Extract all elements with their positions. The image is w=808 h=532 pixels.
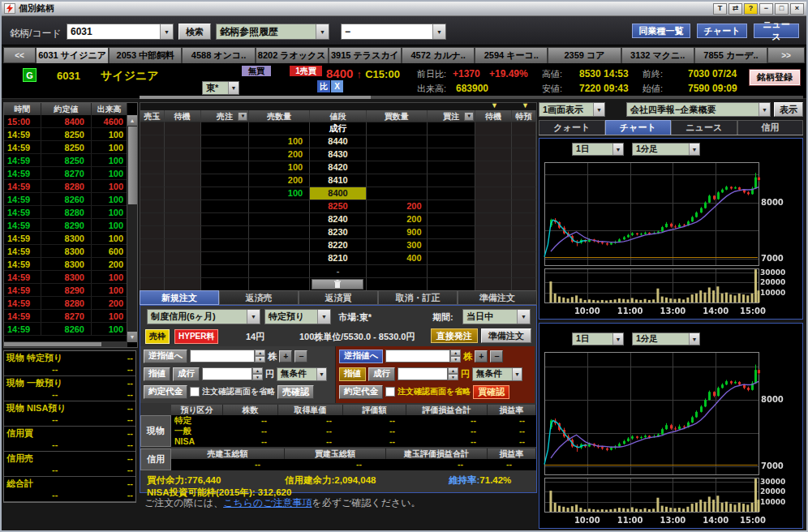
tick-row[interactable]: 14:598290100	[4, 219, 127, 232]
sell-exec-amount-button[interactable]: 約定代金	[144, 385, 187, 399]
register-symbol-button[interactable]: 銘柄登録	[750, 70, 800, 85]
buy-qty-minus-button[interactable]: −	[490, 350, 503, 363]
buy-qty-plus-button[interactable]: +	[475, 350, 488, 363]
x-badge[interactable]: X	[331, 80, 343, 92]
spin-down-icon[interactable]: ▼	[255, 356, 265, 363]
holdings-row[interactable]: 信用売------	[4, 452, 135, 477]
company-info-dropdown[interactable]: 会社四季報−企業概要 ▼	[626, 102, 771, 117]
chevron-down-icon[interactable]: ▼	[689, 333, 699, 345]
board-hscrollbar[interactable]	[140, 96, 803, 99]
chart2-interval-dropdown[interactable]: 1分足 ▼	[632, 332, 700, 345]
chevron-down-icon[interactable]: ▼	[612, 333, 623, 345]
buy-confirm-button[interactable]: 買確認	[473, 385, 509, 399]
symbol-tab[interactable]: 4588 オンコ..	[182, 47, 255, 63]
tick-row[interactable]: 14:598250100	[4, 128, 127, 141]
order-tab[interactable]: 準備注文	[458, 290, 537, 305]
trash-button[interactable]	[312, 279, 363, 290]
window-minimize-button[interactable]: −	[759, 3, 773, 15]
tick-row[interactable]: 14:598260100	[4, 193, 127, 206]
tick-row[interactable]: 14:598270100	[4, 167, 127, 180]
search-button[interactable]: 検索	[178, 24, 211, 40]
sell-qty-minus-button[interactable]: −	[294, 350, 307, 363]
holdings-row[interactable]: 信用買------	[4, 427, 135, 452]
market-dropdown[interactable]: 東* ▼	[202, 81, 239, 95]
chevron-down-icon[interactable]: ▼	[612, 144, 623, 155]
chevron-down-icon[interactable]: ▼	[247, 310, 260, 324]
spin-up-icon[interactable]: ▲	[255, 350, 265, 356]
board-row[interactable]: -	[140, 265, 536, 278]
chevron-down-icon[interactable]: ▼	[512, 368, 522, 380]
board-row[interactable]: 1008420	[140, 161, 536, 174]
chart1-interval-dropdown[interactable]: 1分足 ▼	[632, 143, 700, 156]
chart2-period-dropdown[interactable]: 1日 ▼	[572, 332, 624, 345]
board-row[interactable]: 8210400	[140, 252, 536, 265]
board-row[interactable]: 8240200	[140, 213, 536, 226]
account-type-dropdown[interactable]: 特定預り ▼	[264, 309, 331, 324]
buy-limit-button[interactable]: 指値	[339, 367, 366, 381]
time-sales-hscrollbar[interactable]	[4, 341, 127, 347]
scroll-up-icon[interactable]: ▲	[127, 115, 137, 126]
scrollbar-thumb[interactable]	[128, 127, 137, 204]
right-tab[interactable]: クォート	[539, 120, 605, 135]
buy-quantity-input[interactable]: ▲▼	[385, 350, 461, 363]
show-button[interactable]: 表示	[774, 102, 803, 117]
board-row[interactable]: 8230900	[140, 226, 536, 239]
board-row[interactable]: 8250200	[140, 200, 536, 213]
sell-qty-plus-button[interactable]: +	[279, 350, 292, 363]
reserve-order-button[interactable]: 準備注文	[481, 328, 531, 343]
symbol-tab[interactable]: 4572 カルナ..	[402, 47, 475, 63]
tick-row[interactable]: 14:598300100	[4, 271, 127, 284]
intraday-chart-canvas[interactable]	[542, 160, 798, 315]
sell-confirm-button[interactable]: 売確認	[277, 385, 314, 399]
sell-market-button[interactable]: 成行	[173, 367, 200, 381]
tabs-forward-button[interactable]: >>	[767, 47, 805, 63]
symbol-code-input[interactable]: 6031 ▼	[67, 24, 174, 40]
symbol-tab[interactable]: 2359 コア	[548, 47, 621, 63]
symbol-tab[interactable]: 2053 中部飼料	[109, 47, 182, 63]
view-mode-dropdown[interactable]: 1画面表示 ▼	[539, 102, 605, 117]
symbol-history-dropdown[interactable]: 銘柄参照履歴 ▼	[216, 24, 329, 40]
chevron-down-icon[interactable]: ▼	[228, 82, 239, 94]
tick-row[interactable]: 14:598250100	[4, 141, 127, 154]
spin-down-icon[interactable]: ▼	[252, 374, 263, 380]
order-tab[interactable]: 返済買	[299, 290, 378, 305]
tick-row[interactable]: 14:598290100	[4, 284, 127, 297]
tick-row[interactable]: 14:598260100	[4, 323, 127, 336]
credit-type-dropdown[interactable]: 制度信用(6ヶ月) ▼	[147, 309, 260, 324]
buy-exec-amount-button[interactable]: 約定代金	[339, 385, 383, 399]
holdings-row[interactable]: 現物 特定預り------	[4, 351, 135, 376]
board-row[interactable]: 成行	[140, 122, 536, 135]
window-help-button[interactable]: ?	[744, 3, 758, 15]
chevron-down-icon[interactable]: ▼	[689, 144, 699, 155]
news-button[interactable]: ニュース	[754, 24, 799, 38]
spin-down-icon[interactable]: ▼	[450, 356, 461, 363]
spin-up-icon[interactable]: ▲	[448, 367, 458, 374]
window-refresh-button[interactable]: ⇄	[728, 3, 742, 15]
order-tab[interactable]: 取消・訂正	[378, 290, 458, 305]
direct-order-button[interactable]: 直接発注	[431, 328, 478, 343]
tick-row[interactable]: 14:598280200	[4, 297, 127, 310]
spin-up-icon[interactable]: ▲	[252, 367, 263, 374]
tick-row[interactable]: 14:598300200	[4, 258, 127, 271]
chart-button[interactable]: チャート	[697, 24, 747, 38]
tick-row[interactable]: 15:0084004600	[4, 115, 127, 128]
caution-link[interactable]: こちらのご注意事項	[223, 497, 312, 508]
spin-down-icon[interactable]: ▼	[448, 374, 458, 380]
chevron-down-icon[interactable]: ▼	[517, 310, 530, 324]
chevron-down-icon[interactable]: ▼	[316, 24, 329, 39]
symbol-tab[interactable]: 6031 サイジニア	[36, 47, 109, 63]
sell-stop-order-button[interactable]: 逆指値へ	[144, 350, 187, 363]
chevron-down-icon[interactable]: ▼	[593, 103, 604, 116]
tick-row[interactable]: 14:598270100	[4, 310, 127, 323]
symbol-tab[interactable]: 7855 カーデ..	[694, 47, 767, 63]
window-maximize-button[interactable]: □	[775, 3, 789, 15]
right-tab[interactable]: 信用	[737, 120, 804, 135]
buy-stop-order-button[interactable]: 逆指値へ	[339, 350, 383, 363]
group-dropdown[interactable]: − ▼	[341, 24, 446, 40]
sell-price-input[interactable]: ▲▼	[202, 367, 263, 380]
sell-condition-dropdown[interactable]: 無条件 ▼	[277, 367, 327, 381]
tick-row[interactable]: 14:598300600	[4, 245, 127, 258]
holdings-row[interactable]: 現物 NISA預り------	[4, 401, 135, 427]
order-tab[interactable]: 返済売	[219, 290, 299, 305]
symbol-tab[interactable]: 2594 キーコ..	[475, 47, 548, 63]
